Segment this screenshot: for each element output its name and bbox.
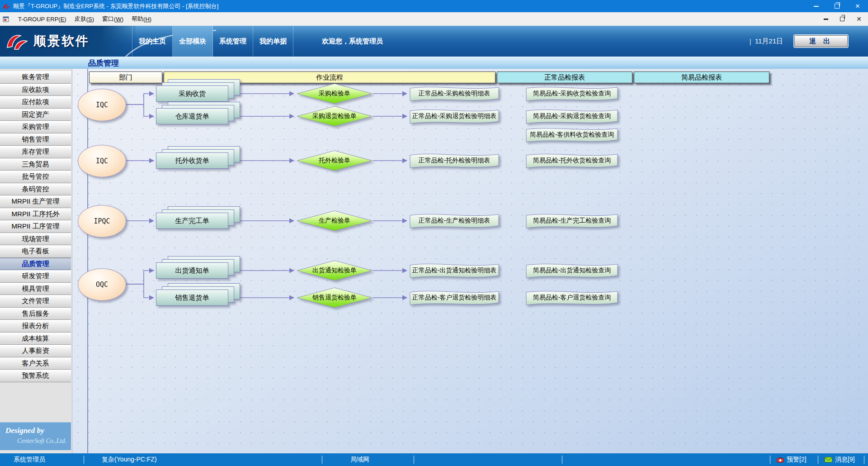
sidebar-item-mold[interactable]: 模具管理 — [0, 283, 71, 295]
report-simple-customer-return[interactable]: 简易品检-客户退货检验查询 — [525, 289, 618, 307]
sidebar-item-document[interactable]: 文件管理 — [0, 295, 71, 308]
sidebar-item-sales[interactable]: 销售管理 — [0, 133, 71, 146]
report-normal-purchase[interactable]: 正常品检-采购检验明细表 — [409, 85, 500, 103]
message-envelope-icon — [825, 457, 832, 462]
canvas-edge-line — [87, 69, 88, 453]
dept-ellipse-oqc: OQC — [78, 268, 126, 301]
status-alerts[interactable]: 预警[2] — [777, 453, 807, 466]
sidebar-item-mrp2-process[interactable]: MRPII 工序管理 — [0, 220, 71, 233]
tab-system-management[interactable]: 系统管理 — [213, 26, 253, 57]
sidebar-item-payables[interactable]: 应付款项 — [0, 96, 71, 109]
dept-ellipse-ipqc: IPQC — [78, 205, 126, 238]
welcome-text: 欢迎您，系统管理员 — [322, 26, 383, 57]
app-logo-icon — [2, 3, 10, 10]
diamond-purchase-return-inspection[interactable]: 采购退货检验单 — [296, 106, 373, 127]
menu-help[interactable]: 帮助(H) — [127, 14, 156, 24]
status-messages[interactable]: 消息[9] — [825, 453, 855, 466]
report-simple-production-completion[interactable]: 简易品检-生产完工检验查询 — [525, 212, 618, 230]
tab-my-documents[interactable]: 我的单据 — [253, 26, 293, 57]
sidebar-item-kanban[interactable]: 电子看板 — [0, 245, 71, 258]
current-date: 11月21日 — [755, 37, 783, 46]
mdi-close-button[interactable]: ✕ — [856, 16, 862, 22]
sidebar-item-alert-system[interactable]: 预警系统 — [0, 370, 71, 382]
report-normal-purchase-return[interactable]: 正常品检-采购退货检验明细表 — [409, 107, 500, 125]
report-simple-purchase-receiving[interactable]: 简易品检-采购收货检验查询 — [525, 85, 618, 103]
form-icon — [3, 16, 9, 22]
app-window: 顺景『T-GROUP』制造业ERP系统 - 东莞顺景软件科技有限公司 - [系统… — [0, 0, 868, 466]
sidebar-item-receivables[interactable]: 应收款项 — [0, 84, 71, 96]
sidebar-item-shopfloor[interactable]: 现场管理 — [0, 233, 71, 246]
sidebar-item-crm[interactable]: 客户关系 — [0, 357, 71, 370]
window-controls: ✕ — [806, 0, 868, 12]
mdi-minimize-button[interactable] — [824, 19, 828, 20]
main-nav-tabs: 我的主页 全部模块 系统管理 我的单据 — [132, 26, 293, 57]
report-normal-outsourcing[interactable]: 正常品检-托外检验明细表 — [409, 152, 500, 170]
sidebar-item-after-sales[interactable]: 售后服务 — [0, 308, 71, 320]
sidebar-item-mrp2-outsourcing[interactable]: MRPII 工序托外 — [0, 208, 71, 221]
date-display: | 11月21日 — [750, 26, 783, 57]
alert-kit-icon — [777, 457, 784, 463]
diamond-sales-return-inspection[interactable]: 销售退货检验单 — [296, 287, 373, 308]
sidebar-item-hr-payroll[interactable]: 人事薪资 — [0, 345, 71, 357]
restore-icon — [835, 4, 840, 9]
process-box-sales-return[interactable]: 销售退货单 — [156, 283, 240, 306]
window-restore-button[interactable] — [826, 0, 847, 12]
status-user: 系统管理员 — [14, 453, 45, 466]
process-box-shipping-notice[interactable]: 出货通知单 — [156, 256, 240, 279]
dept-ellipse-iqc-outsourcing: IQC — [78, 145, 126, 177]
module-list: 账务管理 应收款项 应付款项 固定资产 采购管理 销售管理 库存管理 三角贸易 … — [0, 71, 71, 382]
report-simple-purchase-return[interactable]: 简易品检-采购退货检验查询 — [525, 107, 618, 125]
tab-all-modules[interactable]: 全部模块 — [173, 26, 213, 57]
menu-window[interactable]: 窗口(W) — [98, 14, 127, 24]
process-box-outsourcing-receiving[interactable]: 托外收货单 — [156, 146, 240, 169]
menu-skin[interactable]: 皮肤(S) — [71, 14, 98, 24]
sidebar-item-costing[interactable]: 成本核算 — [0, 333, 71, 345]
mdi-window-controls: ✕ — [824, 16, 862, 22]
titlebar: 顺景『T-GROUP』制造业ERP系统 - 东莞顺景软件科技有限公司 - [系统… — [0, 0, 868, 12]
sidebar-item-accounting[interactable]: 账务管理 — [0, 71, 71, 84]
mdi-restore-button[interactable] — [840, 17, 844, 21]
sidebar-item-quality[interactable]: 品质管理 — [0, 258, 71, 271]
diamond-production-inspection[interactable]: 生产检验单 — [296, 210, 373, 231]
report-simple-shipping-notice[interactable]: 简易品检-出货通知检验查询 — [525, 262, 618, 280]
sidebar-item-fixed-assets[interactable]: 固定资产 — [0, 109, 71, 121]
dept-ellipse-iqc-purchase: IQC — [78, 89, 126, 121]
shunjing-logo-icon — [5, 31, 29, 51]
window-minimize-button[interactable] — [806, 0, 826, 12]
report-simple-customer-supplied[interactable]: 简易品检-客供料收货检验查询 — [525, 126, 618, 144]
sidebar-item-lot-control[interactable]: 批号管控 — [0, 171, 71, 183]
column-header-department: 部门 — [89, 71, 162, 83]
report-normal-production[interactable]: 正常品检-生产检验明细表 — [409, 212, 500, 230]
sidebar-item-barcode-control[interactable]: 条码管控 — [0, 183, 71, 196]
restore-icon — [840, 17, 844, 21]
exit-button[interactable]: 退 出 — [794, 35, 848, 47]
menu-tgroup-erp[interactable]: T-GROUP ERP(E) — [14, 14, 71, 24]
sidebar-item-mrp2-production[interactable]: MRPII 生产管理 — [0, 195, 71, 208]
sidebar-item-report-analysis[interactable]: 报表分析 — [0, 320, 71, 333]
tab-my-home[interactable]: 我的主页 — [132, 26, 173, 57]
process-box-production-completion[interactable]: 生产完工单 — [156, 206, 240, 229]
sidebar-item-triangle-trade[interactable]: 三角贸易 — [0, 158, 71, 171]
diamond-shipping-notice-inspection[interactable]: 出货通知检验单 — [296, 260, 373, 281]
report-normal-customer-return[interactable]: 正常品检-客户退货检验明细表 — [409, 289, 500, 307]
process-box-purchase-receiving[interactable]: 采购收货 — [156, 79, 240, 102]
close-icon: ✕ — [855, 3, 860, 9]
status-network: 局域网 — [350, 453, 369, 466]
report-normal-shipping-notice[interactable]: 正常品检-出货通知检验明细表 — [409, 262, 500, 280]
window-title: 顺景『T-GROUP』制造业ERP系统 - 东莞顺景软件科技有限公司 - [系统… — [13, 2, 218, 10]
menubar: T-GROUP ERP(E) 皮肤(S) 窗口(W) 帮助(H) ✕ — [0, 12, 868, 26]
column-header-simple-reports: 简易品检报表 — [634, 71, 769, 83]
logo-text: 顺景软件 — [33, 33, 90, 50]
diamond-purchase-inspection[interactable]: 采购检验单 — [296, 83, 373, 104]
sidebar-item-rnd[interactable]: 研发管理 — [0, 270, 71, 283]
sidebar-item-purchasing[interactable]: 采购管理 — [0, 121, 71, 133]
window-close-button[interactable]: ✕ — [847, 0, 868, 12]
report-simple-outsourcing-receiving[interactable]: 简易品检-托外收货检验查询 — [525, 152, 618, 170]
sidebar-item-inventory[interactable]: 库存管理 — [0, 146, 71, 158]
process-box-warehouse-return[interactable]: 仓库退货单 — [156, 102, 240, 124]
quality-flow-canvas: 部门 作业流程 正常品检报表 简易品检报表 — [72, 69, 868, 453]
minimize-icon — [824, 19, 828, 20]
company-text: CenterSoft Co.,Ltd. — [0, 437, 66, 445]
diamond-outsourcing-inspection[interactable]: 托外检验单 — [296, 150, 373, 171]
designed-by-box: Designed by CenterSoft Co.,Ltd. — [0, 422, 71, 450]
